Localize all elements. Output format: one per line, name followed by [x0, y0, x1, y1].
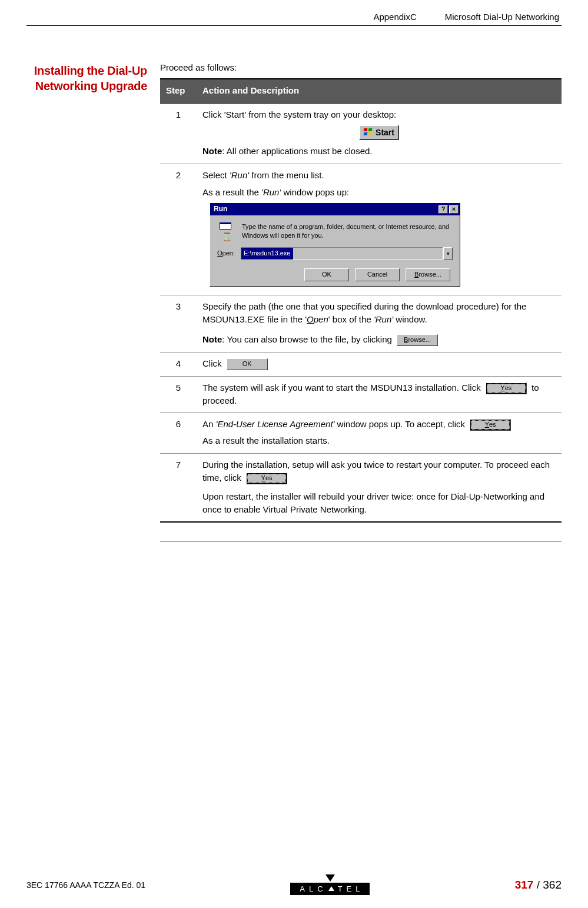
- run-app-icon: [217, 222, 236, 239]
- header-title: Microsoft Dial-Up Networking: [445, 12, 559, 22]
- yes-button[interactable]: Yes: [486, 383, 527, 394]
- close-button[interactable]: ×: [449, 205, 459, 214]
- steps-table: Step Action and Description 1 Click 'Sta…: [160, 78, 562, 523]
- run-prompt-text: Type the name of a program, folder, docu…: [242, 222, 453, 240]
- step-text: Click 'Start' from the system tray on yo…: [202, 108, 556, 121]
- table-row: 3 Specify the path (the one that you spe…: [160, 295, 562, 352]
- step-text: Click: [202, 358, 222, 368]
- section-side-heading: Installing the Dial-Up Networking Upgrad…: [26, 61, 147, 523]
- page-footer: 3EC 17766 AAAA TCZZA Ed. 01 ALCTEL 317 /…: [26, 874, 562, 895]
- step-number: 4: [160, 352, 197, 376]
- triangle-up-icon: [328, 886, 334, 891]
- table-row: 5 The system will ask if you want to sta…: [160, 376, 562, 413]
- step-number: 6: [160, 413, 197, 454]
- step-note: Note: All other applications must be clo…: [202, 145, 556, 158]
- step-number: 1: [160, 103, 197, 164]
- table-row: 1 Click 'Start' from the system tray on …: [160, 103, 562, 164]
- step-text: As a result the installation starts.: [202, 434, 556, 447]
- table-row: 7 During the installation, setup will as…: [160, 454, 562, 523]
- step-text: An 'End-User License Agreement' window p…: [202, 418, 556, 431]
- ok-button[interactable]: OK: [304, 268, 349, 281]
- ok-button[interactable]: OK: [227, 358, 268, 370]
- table-row: 2 Select 'Run' from the menu list. As a …: [160, 164, 562, 295]
- step-text: As a result the 'Run' window pops up:: [202, 186, 556, 199]
- step-text: Upon restart, the installer will rebuild…: [202, 490, 556, 516]
- hourglass-icon: [222, 231, 230, 239]
- run-dialog: Run ? ×: [210, 202, 460, 287]
- dropdown-button[interactable]: ▾: [443, 247, 453, 260]
- step-text: During the installation, setup will ask …: [202, 458, 556, 484]
- yes-button[interactable]: Yes: [246, 473, 287, 484]
- step-number: 5: [160, 376, 197, 413]
- cancel-button[interactable]: Cancel: [355, 268, 400, 281]
- yes-button[interactable]: Yes: [470, 419, 511, 431]
- step-text: Specify the path (the one that you speci…: [202, 300, 556, 326]
- step-note: Note: You can also browse to the file, b…: [202, 333, 556, 346]
- page-number: 317 / 362: [515, 879, 562, 892]
- page-header: AppendixC Microsoft Dial-Up Networking: [26, 12, 562, 22]
- doc-id: 3EC 17766 AAAA TCZZA Ed. 01: [26, 880, 145, 890]
- col-action: Action and Description: [197, 79, 562, 103]
- step-text: The system will ask if you want to start…: [202, 383, 481, 393]
- main-content: Proceed as follows: Step Action and Desc…: [160, 61, 562, 523]
- triangle-down-icon: [325, 874, 335, 882]
- table-row: 4 Click OK: [160, 352, 562, 376]
- step-number: 2: [160, 164, 197, 295]
- step-text: Select 'Run' from the menu list.: [202, 169, 556, 182]
- appendix-label: AppendixC: [373, 12, 416, 22]
- header-rule: [26, 25, 562, 26]
- windows-flag-icon: [364, 128, 373, 137]
- col-step: Step: [160, 79, 197, 103]
- help-button[interactable]: ?: [438, 205, 448, 214]
- open-input[interactable]: E:\msdun13.exe: [241, 247, 443, 260]
- step-number: 3: [160, 295, 197, 352]
- table-row: 6 An 'End-User License Agreement' window…: [160, 413, 562, 454]
- browse-button[interactable]: Browse...: [406, 268, 450, 281]
- step-number: 7: [160, 454, 197, 523]
- start-button[interactable]: Start: [359, 125, 399, 140]
- run-title-text: Run: [214, 204, 227, 214]
- browse-button[interactable]: Browse...: [397, 334, 438, 346]
- run-titlebar: Run ? ×: [210, 203, 460, 215]
- alcatel-logo: ALCTEL: [290, 874, 370, 895]
- start-button-label: Start: [376, 127, 394, 138]
- section-end-rule: [160, 541, 562, 542]
- open-label: Open:: [217, 249, 235, 258]
- intro-text: Proceed as follows:: [160, 62, 562, 72]
